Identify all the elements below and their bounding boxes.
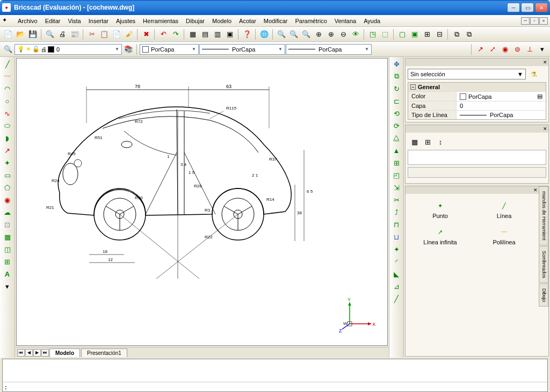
mirror-tool-icon[interactable]: ⧋ <box>390 132 402 144</box>
menu-editar[interactable]: Editar <box>41 17 64 25</box>
zoom-prev-icon[interactable]: ⊖ <box>337 28 349 40</box>
side-tab-herramient[interactable]: mandos de Herramient <box>539 186 548 245</box>
text-tool-icon[interactable]: A <box>2 268 13 280</box>
prop-group-general[interactable]: − General <box>408 83 546 91</box>
maximize-button[interactable]: ▭ <box>521 3 534 12</box>
vport2-icon[interactable]: ▣ <box>409 28 421 40</box>
lineweight-dropdown[interactable]: PorCapa ▼ <box>286 44 372 55</box>
copy-icon[interactable]: 📋 <box>98 28 110 40</box>
panel-close-icon[interactable]: ✕ <box>543 126 547 132</box>
filter-icon[interactable]: ⚗ <box>528 68 540 80</box>
menu-dibujar[interactable]: Dibujar <box>182 17 208 25</box>
explode-tool-icon[interactable]: ✦ <box>390 243 402 255</box>
tab-next-icon[interactable]: ▶ <box>33 349 41 357</box>
properties-icon[interactable]: ▥ <box>212 28 223 40</box>
color-dropdown[interactable]: PorCapa ▼ <box>140 44 199 55</box>
menu-acotar[interactable]: Acotar <box>235 17 260 25</box>
chamfer-tool-icon[interactable]: ◣ <box>390 268 402 280</box>
rotate3d2-tool-icon[interactable]: ⟳ <box>390 120 402 132</box>
tile-icon[interactable]: ⧉ <box>451 28 462 40</box>
tab-first-icon[interactable]: ⏮ <box>17 349 25 357</box>
mdi-minimize[interactable]: ─ <box>521 17 530 25</box>
prop-row-linetype[interactable]: Tipo de Línea PorCapa <box>408 110 546 119</box>
vport1-icon[interactable]: ▢ <box>396 28 408 40</box>
zoom-realtime-icon[interactable]: 🔍 <box>276 28 287 40</box>
tab-prev-icon[interactable]: ◀ <box>25 349 33 357</box>
panel-close-icon[interactable]: ✕ <box>533 187 538 193</box>
join-tool-icon[interactable]: ⊔ <box>390 231 402 243</box>
save-icon[interactable]: 💾 <box>27 28 39 40</box>
menu-herramientas[interactable]: Herramientas <box>139 17 182 25</box>
command-history[interactable] <box>3 359 547 382</box>
line-tool-icon[interactable]: ╱ <box>2 58 13 70</box>
selection-dropdown[interactable]: Sin selección ▼ <box>408 69 526 79</box>
undo-icon[interactable]: ↶ <box>157 28 169 40</box>
circle-tool-icon[interactable]: ○ <box>2 95 13 107</box>
region-tool-icon[interactable]: ◫ <box>2 243 13 255</box>
menu-vista[interactable]: Vista <box>64 17 84 25</box>
menu-insertar[interactable]: Insertar <box>85 17 112 25</box>
arc-tool-icon[interactable]: ◠ <box>2 83 13 95</box>
menu-archivo[interactable]: Archivo <box>14 17 41 25</box>
mirror3d-tool-icon[interactable]: ▲ <box>390 144 402 156</box>
trim-tool-icon[interactable]: ✂ <box>390 194 402 206</box>
array-tool-icon[interactable]: ⊞ <box>390 157 402 169</box>
close-button[interactable]: ✕ <box>535 3 548 12</box>
layers-icon[interactable]: ▦ <box>187 28 199 40</box>
layer-btn1-icon[interactable]: ▦ <box>409 136 421 148</box>
prop-row-color[interactable]: Color PorCapa▤ <box>408 91 546 101</box>
ucs-icon[interactable]: ◳ <box>367 28 379 40</box>
rect-tool-icon[interactable]: ▭ <box>2 169 13 181</box>
snap-center-icon[interactable]: ◉ <box>499 43 511 55</box>
command-input[interactable] <box>9 384 545 390</box>
earc-tool-icon[interactable]: ◗ <box>2 132 13 144</box>
menu-ventana[interactable]: Ventana <box>331 17 360 25</box>
render-icon[interactable]: 🌐 <box>258 28 270 40</box>
break-tool-icon[interactable]: ⊓ <box>390 219 402 230</box>
mdi-restore[interactable]: ▫ <box>530 17 539 25</box>
cascade-icon[interactable]: ⧉ <box>463 28 475 40</box>
redo-icon[interactable]: ↷ <box>170 28 182 40</box>
tool-polilinea[interactable]: 〰 Polilínea <box>474 224 534 248</box>
scale-tool-icon[interactable]: ◰ <box>390 169 402 181</box>
layer-manager-icon[interactable]: 🔍 <box>2 43 14 55</box>
side-tab-dibujo[interactable]: Dibujo <box>539 284 548 307</box>
tool-linea[interactable]: ╱ Línea <box>474 198 534 221</box>
print-icon[interactable]: 🖨 <box>56 28 68 40</box>
boundary-tool-icon[interactable]: ⊡ <box>2 219 13 230</box>
extend-tool-icon[interactable]: ⤴ <box>390 206 402 218</box>
fillet-tool-icon[interactable]: ◜ <box>390 256 402 267</box>
donut-tool-icon[interactable]: ◉ <box>2 194 13 206</box>
delete-icon[interactable]: ✖ <box>140 28 152 40</box>
tool-punto[interactable]: ✦ Punto <box>410 198 471 221</box>
help-icon[interactable]: ❓ <box>241 28 253 40</box>
zoom-out-icon[interactable]: 🔍 <box>288 28 300 40</box>
snap-endpoint-icon[interactable]: ↗ <box>474 43 486 55</box>
prop-row-layer[interactable]: Capa 0 <box>408 101 546 110</box>
snap-more-icon[interactable]: ▾ <box>536 43 548 55</box>
eye-icon[interactable]: 👁 <box>350 28 361 40</box>
menu-parametrico[interactable]: Paramétrico <box>291 17 330 25</box>
side-tab-sombreados[interactable]: Sombreados <box>539 246 548 283</box>
layer-dropdown[interactable]: 💡 ☀ 🔓 🖨 0 ▼ <box>15 44 122 55</box>
3d-icon[interactable]: ⬚ <box>379 28 391 40</box>
snap-perp-icon[interactable]: ⊥ <box>524 43 535 55</box>
minimize-button[interactable]: ─ <box>507 3 520 12</box>
ellipse-tool-icon[interactable]: ⬭ <box>2 120 13 132</box>
tool-xline[interactable]: ↗ Línea infinita <box>410 224 471 248</box>
copy-tool-icon[interactable]: ⧉ <box>390 70 402 82</box>
explorer-icon[interactable]: ▤ <box>199 28 211 40</box>
vport3-icon[interactable]: ⊞ <box>421 28 433 40</box>
linetype-dropdown[interactable]: PorCapa ▼ <box>199 44 285 55</box>
menu-modelo[interactable]: Modelo <box>208 17 235 25</box>
rotate-tool-icon[interactable]: ↻ <box>390 83 402 95</box>
menu-ayuda[interactable]: Ayuda <box>360 17 384 25</box>
dropdown-icon[interactable]: ▾ <box>2 280 13 292</box>
sheet-icon[interactable]: ▣ <box>224 28 236 40</box>
tab-model[interactable]: Modelo <box>49 349 80 357</box>
mdi-close[interactable]: × <box>539 17 548 25</box>
drawing-canvas[interactable]: 78 63 <box>16 58 388 346</box>
menu-ajustes[interactable]: Ajustes <box>112 17 139 25</box>
align-tool-icon[interactable]: ⊿ <box>390 280 402 292</box>
paste-icon[interactable]: 📄 <box>111 28 122 40</box>
